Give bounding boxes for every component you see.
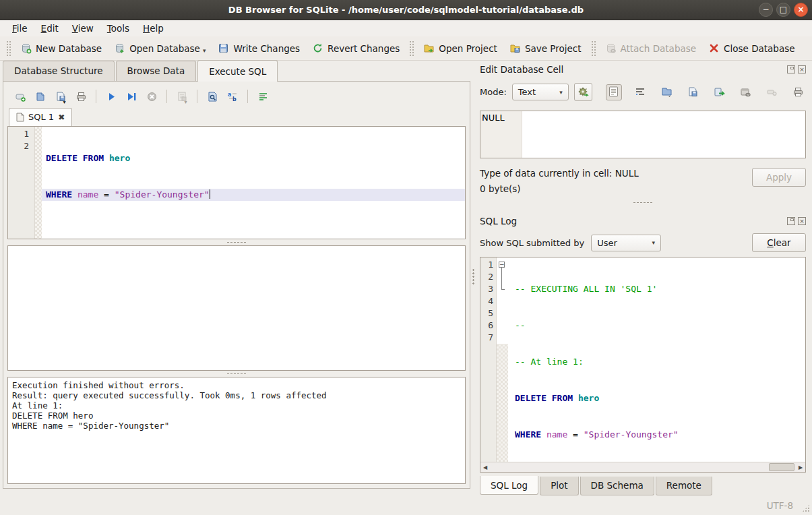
float-dock-icon[interactable]: [787, 65, 795, 73]
editor-line-1: DELETE FROM hero: [42, 152, 465, 164]
minimize-button[interactable]: −: [759, 3, 773, 17]
sql-document-tab[interactable]: SQL 1 ✖: [9, 108, 72, 126]
dock-tab-bar: SQL Log Plot DB Schema Remote: [480, 477, 806, 495]
tab-plot[interactable]: Plot: [540, 477, 578, 495]
log-line-4: DELETE FROM hero: [511, 392, 805, 404]
panel-splitter[interactable]: [470, 61, 476, 493]
results-grid[interactable]: [7, 245, 466, 371]
execute-current-line-button[interactable]: [123, 88, 140, 105]
auto-apply-button[interactable]: [574, 83, 592, 101]
encoding-indicator[interactable]: UTF-8: [767, 500, 793, 511]
scrollbar-thumb[interactable]: [769, 463, 794, 471]
execute-all-icon: [106, 91, 117, 102]
float-dock-icon[interactable]: [787, 217, 795, 225]
revert-changes-icon: [312, 42, 323, 54]
print-cell-button[interactable]: [790, 84, 806, 100]
save-sql-file-button[interactable]: ▾: [52, 88, 69, 105]
edit-cell-title: Edit Database Cell: [480, 64, 784, 75]
window-controls: − □ ×: [759, 3, 808, 17]
clear-log-button[interactable]: Clear: [752, 233, 806, 252]
scroll-left-icon[interactable]: ◀: [480, 464, 490, 471]
results-message-splitter[interactable]: [7, 371, 466, 377]
stop-button[interactable]: [143, 88, 160, 105]
sql-log-title: SQL Log: [480, 216, 784, 226]
editor-code-area[interactable]: DELETE FROM hero WHERE name = "Spider-Yo…: [42, 127, 465, 239]
save-project-icon: [509, 42, 521, 54]
main-area: Database Structure Browse Data Execute S…: [0, 61, 812, 495]
format-sql-button[interactable]: [254, 88, 272, 105]
open-sql-file-button[interactable]: [32, 88, 49, 105]
submitted-by-select[interactable]: User ▾: [591, 235, 661, 251]
import-cell-button[interactable]: [658, 84, 675, 100]
new-sql-tab-button[interactable]: [11, 88, 29, 105]
find-button[interactable]: [204, 88, 221, 105]
menu-view[interactable]: View: [65, 21, 100, 36]
open-database-icon: [114, 42, 125, 54]
cell-value-area[interactable]: [522, 111, 805, 158]
open-project-button[interactable]: Open Project: [417, 40, 503, 57]
text-mode-button[interactable]: [606, 84, 622, 100]
set-null-button[interactable]: [763, 84, 780, 100]
open-database-dropdown-caret[interactable]: ▾: [203, 47, 206, 54]
attach-database-button[interactable]: Attach Database: [599, 40, 703, 57]
close-database-button[interactable]: Close Database: [702, 40, 801, 57]
execute-all-button[interactable]: [102, 88, 120, 105]
sql-log-view[interactable]: 1 2 3 4 5 6 7 − --: [480, 257, 806, 473]
new-tab-icon: [15, 91, 26, 102]
tab-browse-data[interactable]: Browse Data: [116, 61, 197, 81]
apply-button[interactable]: Apply: [752, 168, 806, 187]
find-replace-button[interactable]: ab: [224, 88, 241, 105]
cell-value-editor[interactable]: NULL: [480, 111, 806, 158]
close-sql-tab-icon[interactable]: ✖: [58, 113, 65, 122]
close-dock-icon[interactable]: ×: [798, 65, 806, 73]
set-null-icon: [766, 86, 778, 98]
print-icon: [75, 91, 87, 102]
execution-message: Execution finished without errors. Resul…: [7, 377, 466, 484]
resize-grip[interactable]: [802, 504, 810, 512]
log-line-2: --: [511, 320, 805, 332]
status-bar: UTF-8: [0, 495, 812, 515]
close-database-icon: [708, 42, 720, 54]
fold-collapse-icon[interactable]: −: [499, 262, 505, 268]
log-line-5: WHERE name = "Spider-Youngster": [511, 429, 805, 441]
close-dock-icon[interactable]: ×: [798, 217, 806, 225]
new-database-button[interactable]: New Database: [14, 40, 108, 57]
menu-edit[interactable]: Edit: [34, 21, 65, 36]
write-changes-button[interactable]: Write Changes: [212, 40, 306, 57]
export-cell-button[interactable]: [711, 84, 727, 100]
close-button[interactable]: ×: [794, 3, 808, 17]
scroll-right-icon[interactable]: ▶: [796, 464, 805, 471]
open-external-icon: [740, 86, 751, 98]
print-button[interactable]: [72, 88, 90, 105]
open-database-button[interactable]: Open Database ▾: [108, 40, 212, 57]
menu-help[interactable]: Help: [136, 21, 170, 36]
mode-select[interactable]: Text ▾: [512, 84, 569, 100]
log-code-area[interactable]: -- EXECUTING ALL IN 'SQL 1' -- -- At lin…: [508, 258, 805, 462]
toolbar-separator: [197, 90, 197, 103]
sql-log-dock-header: SQL Log ×: [480, 214, 806, 229]
revert-changes-button[interactable]: Revert Changes: [306, 40, 406, 57]
text-cursor: [210, 189, 210, 199]
save-cell-button[interactable]: [685, 84, 701, 100]
sql-editor[interactable]: 1 2 DELETE FROM hero WHERE name = "Spide…: [7, 126, 466, 239]
open-sql-file-icon: [35, 91, 46, 102]
sql-document-tab-bar: SQL 1 ✖: [7, 107, 466, 126]
editor-results-splitter[interactable]: [7, 239, 466, 245]
word-wrap-button[interactable]: [632, 84, 648, 100]
tab-db-schema[interactable]: DB Schema: [580, 477, 654, 495]
tab-execute-sql[interactable]: Execute SQL: [197, 60, 278, 82]
left-panel: Database Structure Browse Data Execute S…: [3, 61, 470, 493]
format-sql-icon: [257, 91, 269, 102]
tab-remote[interactable]: Remote: [656, 477, 712, 495]
tab-sql-log[interactable]: SQL Log: [480, 476, 538, 495]
tab-database-structure[interactable]: Database Structure: [3, 61, 115, 81]
open-external-button[interactable]: [737, 84, 753, 100]
cell-log-splitter[interactable]: [480, 200, 806, 206]
print-cell-icon: [792, 86, 804, 98]
menu-tools[interactable]: Tools: [100, 21, 136, 36]
menu-file[interactable]: File: [5, 21, 34, 36]
log-horizontal-scrollbar[interactable]: ◀ ▶: [480, 462, 805, 472]
save-results-button[interactable]: ▾: [173, 88, 191, 105]
save-project-button[interactable]: Save Project: [503, 40, 588, 57]
maximize-button[interactable]: □: [776, 3, 790, 17]
